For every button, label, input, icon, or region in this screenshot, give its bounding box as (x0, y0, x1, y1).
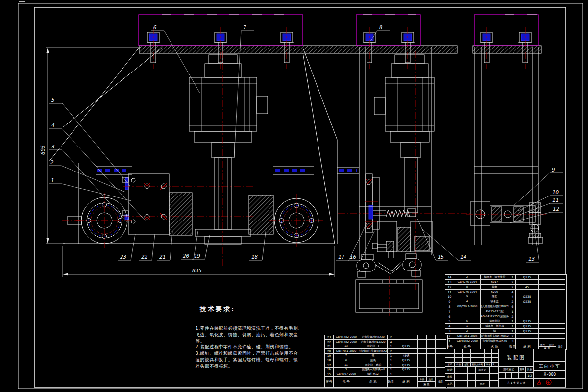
scale-label: 比例 (526, 366, 534, 372)
bom-cell (394, 340, 418, 344)
bom-cell (418, 344, 427, 349)
svg-text:2: 2 (50, 159, 54, 166)
tech-requirement-line: 等。 (196, 338, 306, 344)
bom-row: 20GB/T70.1-2000内六角圆柱头螺钉M8X252 (325, 349, 447, 353)
bom-cell (516, 304, 539, 309)
bom-cell (418, 368, 427, 372)
bom-cell: 数量 (388, 377, 394, 388)
mark-box-1 (499, 372, 505, 378)
bom-row: 142轴承盖—调整垫片1Q235 (445, 275, 566, 280)
sig-cell (489, 380, 499, 387)
frame-box-front (139, 15, 303, 46)
bom-cell: GB/T70.1-2008 (454, 304, 481, 309)
bom-cell: GB/T276-1994 (454, 290, 481, 294)
bom-cell: 2 (509, 299, 516, 304)
bom-cell: 2 (509, 314, 516, 319)
callout-5: 5 (49, 97, 130, 186)
bom-cell (516, 280, 539, 285)
revision-header-sign: 签名 (484, 362, 492, 367)
bom-cell (436, 344, 446, 349)
revision-cell (492, 353, 499, 358)
bom-cell (516, 339, 539, 343)
revision-cell (445, 358, 455, 362)
bom-cell: GB/T5782-2000 (334, 335, 359, 340)
svg-text:605: 605 (40, 145, 46, 155)
bom-cell: 代 号 (334, 377, 359, 388)
dimension-width: 835 (63, 246, 335, 277)
bom-cell: 6206 (481, 290, 509, 294)
bom-cell: 轴承垫块 (481, 319, 509, 324)
revision-cell (463, 349, 470, 353)
bom-cell (547, 294, 556, 299)
bom-cell (556, 319, 565, 324)
revision-cell (470, 349, 484, 353)
bom-cell (539, 299, 547, 304)
bom-cell: 2 (388, 335, 394, 340)
bom-cell (547, 309, 556, 314)
revision-cell (484, 353, 492, 358)
bom-cell: 1 (509, 319, 516, 324)
sheet-count: 共 1 张 第 1 张 (499, 378, 534, 387)
bom-header-sub: 总计 (427, 377, 435, 382)
bom-cell (539, 304, 547, 309)
revision-header-mark: 标记 (445, 362, 455, 367)
bom-cell (547, 290, 556, 294)
svg-text:20: 20 (183, 253, 190, 259)
svg-text:17: 17 (338, 254, 345, 260)
bom-cell (547, 339, 556, 343)
bom-cell: 固定块—升降块—Ⅱ (359, 368, 388, 372)
bom-cell (539, 329, 547, 334)
bom-table-left: 23GB/T5782-2000六角头螺栓M8X30222GB/T5782-200… (324, 335, 448, 388)
callout-22: 22 (139, 234, 155, 260)
svg-text:13: 13 (528, 256, 535, 262)
bom-cell: Q235 (516, 329, 539, 334)
tech-requirements-title: 技术要求: (200, 305, 235, 314)
bom-cell: 13 (334, 344, 359, 349)
bom-cell: Q235 (516, 275, 539, 280)
bom-cell (427, 358, 436, 363)
revision-cell (484, 358, 492, 362)
bom-cell (418, 363, 427, 368)
weight-value (518, 372, 526, 378)
bom-cell: GB/T276-1994 (454, 280, 481, 285)
svg-text:21: 21 (159, 254, 166, 260)
bom-cell: 1 (388, 363, 394, 368)
frame-box-rear (474, 15, 538, 46)
sig-cell (467, 380, 475, 387)
bom-cell (427, 368, 436, 372)
sig-label: 批准 (475, 380, 489, 387)
bom-row: 94轴承盖2Q235 (445, 299, 566, 304)
bom-cell (436, 335, 446, 340)
threaded-hole (366, 179, 372, 186)
bom-cell: 1 (388, 372, 394, 377)
bom-cell: 14 (445, 275, 454, 280)
mark-box-3 (512, 372, 518, 378)
bom-cell: 11 (445, 290, 454, 294)
sig-label: 审核 (445, 373, 455, 380)
bom-cell (539, 324, 547, 329)
sig-cell (467, 367, 475, 373)
bom-cell: 9 (454, 294, 481, 299)
bom-cell: 材 料 (394, 377, 418, 388)
bom-cell: 螺柱M12 (359, 372, 388, 377)
bom-cell (547, 275, 556, 280)
bom-cell (556, 314, 565, 319)
bom-cell: 4 (445, 324, 454, 329)
sig-cell (467, 373, 475, 380)
bom-cell: 3 (445, 329, 454, 334)
bom-cell: 内六角圆柱头螺钉M8X35 (481, 304, 509, 309)
sig-label: 工艺 (445, 380, 455, 387)
bom-header-weight-label: 重 量 (418, 382, 435, 388)
bom-row: 22GB/T5782-2000六角头螺栓M12X204 (325, 340, 447, 344)
bom-cell (547, 329, 556, 334)
revision-cell (463, 353, 470, 358)
revision-cell (463, 358, 470, 362)
bom-cell: 固定块—磨轮 (359, 363, 388, 368)
bom-cell: GB/T797-2000 (334, 372, 359, 377)
bom-cell: 6017 (481, 280, 509, 285)
bom-cell (556, 275, 565, 280)
bom-cell (539, 280, 547, 285)
bom-cell: 23 (325, 335, 334, 340)
bom-cell (418, 335, 427, 340)
bom-cell: Q235 (516, 319, 539, 324)
